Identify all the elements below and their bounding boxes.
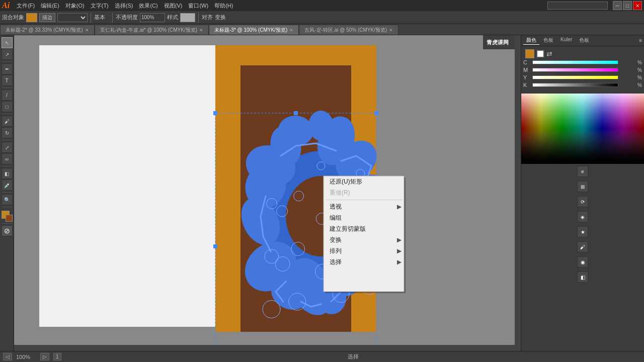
tabs-bar: 未标题-2* @ 33.33% (CMYK/预览) ✕ 页仁礼-内盒-牛皮.ai… bbox=[0, 24, 644, 35]
tab-1[interactable]: 页仁礼-内盒-牛皮.ai* @ 100% (CMYK/预览) ✕ bbox=[95, 25, 209, 35]
app-logo: Ai bbox=[2, 1, 10, 10]
artboard-canvas bbox=[14, 35, 521, 351]
maximize-button[interactable]: □ bbox=[623, 1, 632, 10]
menu-view[interactable]: 视图(V) bbox=[161, 1, 186, 11]
tab-close-1[interactable]: ✕ bbox=[199, 28, 203, 33]
mode-label: 混合对象 bbox=[2, 14, 24, 21]
tab-kuler[interactable]: Kuler bbox=[557, 36, 575, 45]
brush-tool[interactable]: 🖌 bbox=[2, 116, 13, 127]
brushes-icon[interactable]: 🖌 bbox=[577, 241, 588, 252]
tab-close-3[interactable]: ✕ bbox=[389, 28, 393, 33]
appearance-icon[interactable]: ◉ bbox=[577, 256, 588, 267]
m-row: M % bbox=[523, 67, 642, 73]
tab-2[interactable]: 未标题-3* @ 100% (CMYK/预览) ✕ bbox=[209, 25, 299, 35]
artboard-next-btn[interactable]: ▷ bbox=[40, 353, 49, 360]
scale-tool[interactable]: ⤢ bbox=[2, 142, 13, 153]
menu-select[interactable]: 选择(S) bbox=[112, 1, 136, 11]
tool-sep-3 bbox=[2, 114, 12, 114]
search-input[interactable] bbox=[547, 2, 608, 10]
y-row: Y % bbox=[523, 74, 642, 80]
zoom-tool[interactable]: 🔍 bbox=[2, 194, 13, 205]
tool-sep-7 bbox=[2, 207, 12, 207]
separator-2 bbox=[112, 13, 113, 23]
tab-3[interactable]: 古风-定-转区.ai @ 50% (CMYK/预览) ✕ bbox=[299, 25, 398, 35]
vertical-scrollbar[interactable] bbox=[515, 35, 521, 345]
direct-selection-tool[interactable]: ↗ bbox=[2, 49, 13, 60]
percent-sign-k: % bbox=[637, 82, 642, 88]
base-label: 基本 bbox=[94, 14, 109, 21]
tool-sep-8 bbox=[2, 223, 12, 224]
menu-window[interactable]: 窗口(W) bbox=[185, 1, 211, 11]
tab-swatches[interactable]: 色板 bbox=[540, 36, 556, 45]
color-panel-header: 颜色 色板 Kuler 色板 ≡ bbox=[521, 35, 644, 46]
gradient-tool[interactable]: ◧ bbox=[2, 168, 13, 179]
tab-0[interactable]: 未标题-2* @ 33.33% (CMYK/预览) ✕ bbox=[0, 25, 95, 35]
selection-tool[interactable]: ↖ bbox=[2, 37, 13, 48]
left-toolbox: ↖ ↗ ✒ T / □ 🖌 ↻ ⤢ ∞ ◧ 💉 🔍 ⊘ bbox=[0, 35, 14, 351]
stroke-icon[interactable] bbox=[536, 50, 544, 58]
y-slider[interactable] bbox=[532, 75, 618, 79]
layers-icon[interactable]: ≡ bbox=[577, 166, 588, 177]
fill-swatch[interactable] bbox=[26, 13, 37, 22]
main-toolbar: 混合对象 描边 基本 不透明度 100% 样式 对齐 变换 bbox=[0, 11, 644, 24]
graphic-styles-icon[interactable]: ◧ bbox=[577, 272, 588, 283]
canvas-area[interactable] bbox=[14, 35, 521, 351]
menu-edit[interactable]: 编辑(E) bbox=[38, 1, 62, 11]
menu-object[interactable]: 对象(O) bbox=[62, 1, 88, 11]
cmyk-area: ⇄ C % M % Y % bbox=[521, 46, 644, 92]
rect-tool[interactable]: □ bbox=[2, 101, 13, 112]
align-icon[interactable]: ⊞ bbox=[577, 181, 588, 192]
panel-tabs: 颜色 色板 Kuler 色板 bbox=[523, 36, 592, 45]
tab-close-0[interactable]: ✕ bbox=[85, 28, 89, 33]
stroke-select[interactable] bbox=[57, 13, 88, 22]
zoom-display: 100% bbox=[16, 354, 36, 360]
fill-icon[interactable] bbox=[525, 49, 534, 58]
horizontal-scrollbar[interactable] bbox=[14, 345, 521, 351]
c-slider[interactable] bbox=[532, 60, 618, 64]
stroke-button[interactable]: 描边 bbox=[39, 13, 55, 22]
menu-help[interactable]: 帮助(H) bbox=[211, 1, 236, 11]
symbols-icon[interactable]: ★ bbox=[577, 226, 588, 237]
tool-label: 选择 bbox=[348, 353, 359, 360]
minimize-button[interactable]: ─ bbox=[613, 1, 622, 10]
close-button[interactable]: ✕ bbox=[633, 1, 642, 10]
fill-none[interactable]: ⊘ bbox=[2, 225, 13, 236]
type-tool[interactable]: T bbox=[2, 75, 13, 86]
menu-bar: Ai 文件(F) 编辑(E) 对象(O) 文字(T) 选择(S) 效果(C) 视… bbox=[0, 0, 644, 11]
window-controls: ─ □ ✕ bbox=[612, 1, 642, 10]
menu-text[interactable]: 文字(T) bbox=[88, 1, 112, 11]
svg-rect-1 bbox=[521, 94, 644, 164]
stroke-color[interactable] bbox=[6, 215, 13, 222]
percent-sign-y: % bbox=[637, 75, 642, 80]
color-spectrum[interactable] bbox=[521, 94, 644, 164]
swatch-icons-row: ⇄ bbox=[523, 48, 642, 59]
transform-icon[interactable]: ⟳ bbox=[577, 196, 588, 207]
y-label: Y bbox=[523, 74, 530, 80]
style-label: 样式 bbox=[167, 14, 178, 21]
m-slider[interactable] bbox=[532, 68, 618, 72]
style-swatch[interactable] bbox=[180, 13, 195, 22]
color-swatches[interactable] bbox=[2, 211, 13, 222]
status-bar: ◁ 100% ▷ 1 选择 bbox=[0, 351, 644, 362]
tab-palette[interactable]: 色板 bbox=[576, 36, 592, 45]
eyedropper-tool[interactable]: 💉 bbox=[2, 179, 13, 191]
k-slider[interactable] bbox=[532, 83, 618, 87]
panel-options-icon[interactable]: ≡ bbox=[639, 38, 642, 43]
pathfinder-icon[interactable]: ◈ bbox=[577, 211, 588, 222]
rotate-tool[interactable]: ↻ bbox=[2, 127, 13, 138]
tool-sep-5 bbox=[2, 166, 12, 166]
swap-colors-icon[interactable]: ⇄ bbox=[546, 49, 555, 58]
menu-effect[interactable]: 效果(C) bbox=[136, 1, 160, 11]
tool-sep-2 bbox=[2, 87, 12, 88]
page-btn[interactable]: 1 bbox=[53, 353, 61, 360]
c-label: C bbox=[523, 59, 530, 65]
menu-file[interactable]: 文件(F) bbox=[14, 1, 38, 11]
align-label: 对齐 bbox=[202, 14, 213, 21]
pen-tool[interactable]: ✒ bbox=[2, 63, 13, 74]
line-tool[interactable]: / bbox=[2, 89, 13, 101]
opacity-input[interactable]: 100% bbox=[140, 13, 165, 22]
blend-tool[interactable]: ∞ bbox=[2, 153, 13, 164]
tab-color[interactable]: 颜色 bbox=[523, 36, 539, 45]
tab-close-2[interactable]: ✕ bbox=[289, 28, 293, 33]
artboard-prev-btn[interactable]: ◁ bbox=[3, 353, 12, 360]
